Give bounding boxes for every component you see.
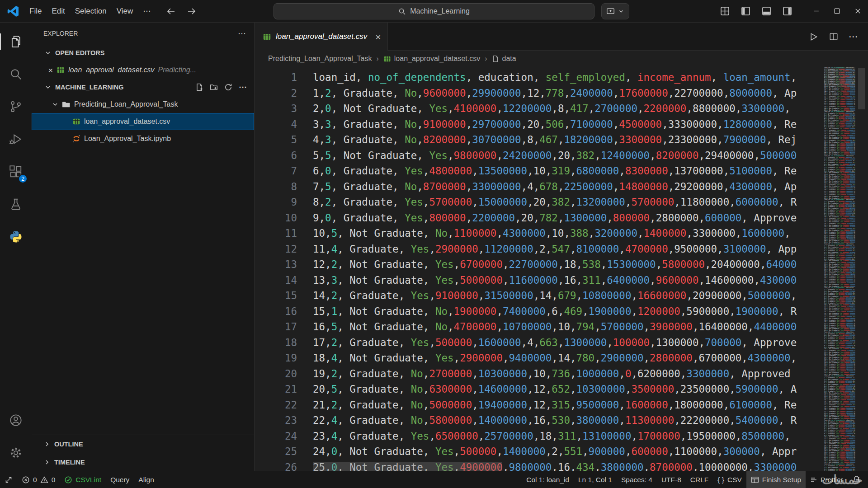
account-icon <box>9 413 23 427</box>
workspace-header[interactable]: MACHINE_LEARNING ⋯ <box>32 79 254 96</box>
eol-sequence[interactable]: CRLF <box>686 471 713 488</box>
toggle-sidebar-right-button[interactable] <box>779 4 795 19</box>
chevron-right-icon <box>43 459 51 466</box>
code-line[interactable]: 65,5, Not Graduate, Yes,9800000,24200000… <box>255 148 824 164</box>
run-file-button[interactable] <box>808 32 819 42</box>
code-line[interactable]: 98,2, Graduate, Yes,5700000,15000000,20,… <box>255 194 824 210</box>
code-line[interactable]: 2221,2, Graduate, No,5000000,19400000,12… <box>255 397 824 413</box>
new-file-button[interactable] <box>195 83 203 91</box>
code-line[interactable]: 1110,5, Not Graduate, No,1100000,4300000… <box>255 225 824 241</box>
language-label: CSV <box>727 476 742 484</box>
timeline-section[interactable]: TIMELINE <box>32 453 254 471</box>
align-button[interactable]: Align <box>134 471 158 488</box>
activity-source-control-button[interactable] <box>0 90 32 123</box>
more-actions-button[interactable]: ⋯ <box>239 82 247 92</box>
open-editor-item[interactable]: × loan_approval_dataset.csv Predicting..… <box>32 61 254 79</box>
outline-section[interactable]: OUTLINE <box>32 435 254 453</box>
code-line[interactable]: 2120,5, Graduate, No,6300000,14600000,12… <box>255 381 824 397</box>
editor-lines[interactable]: 1loan_id, no_of_dependents, education, s… <box>255 70 824 471</box>
code-line[interactable]: 1514,2, Graduate, Yes,9100000,31500000,1… <box>255 288 824 304</box>
csvlint-button[interactable]: CSVLint <box>60 471 106 488</box>
account-button[interactable] <box>0 404 32 436</box>
menu-overflow-button[interactable]: ⋯ <box>138 6 156 16</box>
line-number: 1 <box>255 70 297 85</box>
code-line[interactable]: 109,0, Graduate, Yes,800000,2200000,20,7… <box>255 210 824 226</box>
query-button[interactable]: Query <box>106 471 134 488</box>
settings-button[interactable] <box>0 436 32 469</box>
code-line[interactable]: 1615,1, Not Graduate, No,1900000,7400000… <box>255 304 824 319</box>
horizontal-scrollbar[interactable] <box>313 462 502 471</box>
tree-file-loan-approval-task-ipynb[interactable]: Loan_Approval_Task.ipynb <box>32 130 254 147</box>
language-mode[interactable]: { } CSV <box>713 471 746 488</box>
forward-button[interactable] <box>186 6 197 17</box>
line-number: 15 <box>255 288 297 304</box>
code-line[interactable]: 32,0, Not Graduate, Yes,4100000,12200000… <box>255 101 824 117</box>
back-button[interactable] <box>165 6 176 17</box>
breadcrumb-file[interactable]: loan_approval_dataset.csv <box>383 55 480 63</box>
tree-file-loan-approval-dataset-csv[interactable]: loan_approval_dataset.csv <box>32 113 254 130</box>
open-editors-header[interactable]: OPEN EDITORS <box>32 44 254 61</box>
activity-search-button[interactable] <box>0 58 32 90</box>
close-editor-icon[interactable]: × <box>48 66 53 75</box>
outline-label: OUTLINE <box>54 441 83 448</box>
open-editor-filename: loan_approval_dataset.csv <box>68 66 154 74</box>
vertical-scrollbar[interactable] <box>855 67 868 471</box>
code-line[interactable]: 1211,4, Graduate, Yes,2900000,11200000,2… <box>255 241 824 257</box>
minimap[interactable]: loan_id, no_of_dependents, education, se… <box>824 67 855 471</box>
breadcrumb-folder[interactable]: Predicting_Loan_Approval_Task <box>268 55 372 63</box>
line-number: 2 <box>255 85 297 101</box>
minimize-button[interactable] <box>806 0 826 23</box>
breadcrumb-symbol[interactable]: data <box>492 55 516 63</box>
menu-view[interactable]: View <box>112 7 138 16</box>
finish-setup-button[interactable]: Finish Setup <box>746 471 806 488</box>
sidebar-more-button[interactable]: ⋯ <box>238 28 246 38</box>
activity-extensions-button[interactable]: 2 <box>0 155 32 188</box>
check-circle-icon <box>64 476 72 484</box>
tab-loan-approval-dataset-csv[interactable]: loan_approval_dataset.csv × <box>255 23 388 51</box>
close-window-button[interactable] <box>847 0 868 23</box>
tab-close-icon[interactable]: × <box>375 32 381 42</box>
layout-grid-button[interactable] <box>717 4 732 19</box>
remote-button[interactable] <box>0 471 17 488</box>
command-center-search[interactable]: Machine_Learning <box>274 3 594 19</box>
code-line[interactable]: 1918,4, Not Graduate, Yes,2900000,940000… <box>255 350 824 366</box>
editor-pane[interactable]: 1loan_id, no_of_dependents, education, s… <box>255 67 868 471</box>
toggle-sidebar-left-button[interactable] <box>738 4 753 19</box>
selection-info[interactable]: Col 1: loan_id <box>522 471 574 488</box>
activity-python-button[interactable] <box>0 221 32 253</box>
new-folder-button[interactable] <box>210 83 218 91</box>
problems-button[interactable]: 0 0 <box>17 471 60 488</box>
indentation[interactable]: Spaces: 4 <box>617 471 657 488</box>
activity-run-debug-button[interactable] <box>0 123 32 155</box>
tree-folder-predicting-loan-approval-task[interactable]: Predicting_Loan_Approval_Task <box>32 96 254 113</box>
more-actions-button[interactable]: ⋯ <box>849 31 858 42</box>
menu-edit[interactable]: Edit <box>47 7 70 16</box>
code-line[interactable]: 1413,3, Not Graduate, Yes,5000000,116000… <box>255 272 824 288</box>
toggle-panel-button[interactable] <box>759 4 774 19</box>
vertical-scrollbar-thumb[interactable] <box>858 68 865 109</box>
code-line[interactable]: 2524,0, Not Graduate, Yes,500000,1400000… <box>255 444 824 460</box>
code-line[interactable]: 2423,4, Graduate, Yes,6500000,25700000,1… <box>255 428 824 444</box>
code-line[interactable]: 54,3, Graduate, No,8200000,30700000,8,46… <box>255 132 824 148</box>
code-line[interactable]: 1716,5, Not Graduate, No,4700000,1070000… <box>255 319 824 335</box>
code-line[interactable]: 87,5, Graduate, No,8700000,33000000,4,67… <box>255 179 824 195</box>
encoding[interactable]: UTF-8 <box>657 471 686 488</box>
code-line[interactable]: 21,2, Graduate, No,9600000,29900000,12,7… <box>255 85 824 101</box>
refresh-button[interactable] <box>224 83 232 91</box>
code-line[interactable]: 1loan_id, no_of_dependents, education, s… <box>255 70 824 85</box>
maximize-button[interactable] <box>826 0 847 23</box>
code-line[interactable]: 1817,2, Graduate, Yes,500000,1600000,4,6… <box>255 335 824 351</box>
code-line[interactable]: 2019,2, Graduate, No,2700000,10300000,10… <box>255 366 824 382</box>
code-line[interactable]: 2322,4, Graduate, No,5800000,14000000,16… <box>255 413 824 428</box>
cursor-position[interactable]: Ln 1, Col 1 <box>574 471 617 488</box>
code-line[interactable]: 76,0, Graduate, Yes,4800000,13500000,10,… <box>255 163 824 179</box>
window-tools-button[interactable] <box>601 3 629 19</box>
menu-file[interactable]: File <box>24 7 47 16</box>
split-editor-button[interactable] <box>829 32 839 42</box>
activity-explorer-button[interactable] <box>0 25 32 58</box>
code-line[interactable]: 43,3, Graduate, No,9100000,29700000,20,5… <box>255 117 824 132</box>
minimap-slider[interactable] <box>824 67 855 87</box>
code-line[interactable]: 1312,2, Not Graduate, Yes,6700000,227000… <box>255 257 824 272</box>
menu-selection[interactable]: Selection <box>70 7 112 16</box>
activity-testing-button[interactable] <box>0 188 32 221</box>
